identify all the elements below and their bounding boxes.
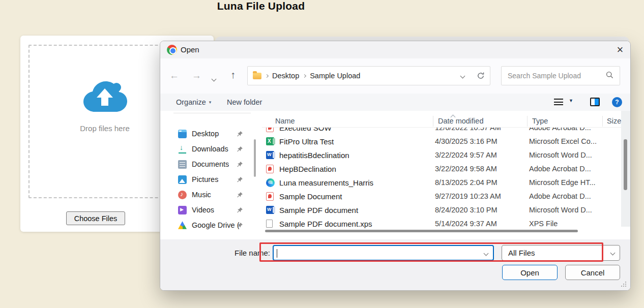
choose-files-button[interactable]: Choose Files xyxy=(66,211,125,225)
dialog-titlebar[interactable]: Open xyxy=(160,41,631,58)
page-title: Luna File Upload xyxy=(0,0,522,12)
file-name-label: File name: xyxy=(160,249,270,257)
dialog-toolbar: Organize▾ New folder ▼ ? xyxy=(160,94,631,111)
close-icon[interactable]: × xyxy=(610,42,630,57)
sidebar-item-videos[interactable]: Videos xyxy=(160,202,257,218)
file-row[interactable]: Sample PDF document 8/24/2020 3:10 PM Mi… xyxy=(262,203,621,217)
file-row[interactable]: Sample Document 9/27/2019 10:23 AM Adobe… xyxy=(262,190,621,203)
file-row[interactable]: FitPro Ultra Test 4/30/2025 3:16 PM Micr… xyxy=(262,135,621,148)
organize-button[interactable]: Organize▾ xyxy=(176,98,211,106)
breadcrumb-separator-icon xyxy=(265,74,269,77)
sidebar-divider xyxy=(173,113,251,113)
sidebar-item-google-drive[interactable]: Google Drive ( xyxy=(160,218,257,233)
dialog-title: Open xyxy=(181,45,199,54)
file-row[interactable]: hepatitisBdeclination 3/22/2024 9:57 AM … xyxy=(262,148,621,162)
pin-icon xyxy=(237,191,243,200)
pdf-icon xyxy=(266,128,274,132)
up-button[interactable]: ↑ xyxy=(230,70,236,80)
pin-icon xyxy=(237,161,243,170)
recent-locations-chevron-icon[interactable] xyxy=(212,74,216,83)
documents-icon xyxy=(178,160,187,169)
folder-icon xyxy=(253,73,261,79)
file-row[interactable]: Executed SOW 12/6/2022 10:57 AM Adobe Ac… xyxy=(262,128,621,135)
pdf-icon xyxy=(266,165,274,173)
downloads-icon xyxy=(178,145,187,153)
pin-icon xyxy=(237,222,243,231)
open-file-dialog: Open × ← → ↑ Desktop Sample Upload Searc… xyxy=(160,41,631,291)
help-icon[interactable]: ? xyxy=(612,97,622,107)
annotation-highlight-box xyxy=(259,242,603,262)
scrollbar-corner xyxy=(621,227,631,239)
address-dropdown-icon[interactable] xyxy=(460,73,465,78)
horizontal-scrollbar-thumb[interactable] xyxy=(265,230,578,232)
word-icon xyxy=(266,206,274,214)
chrome-icon xyxy=(167,45,177,55)
dropzone-label: Drop files here xyxy=(54,124,156,133)
new-folder-button[interactable]: New folder xyxy=(227,98,262,106)
cloud-upload-icon xyxy=(79,76,130,117)
search-icon xyxy=(606,71,613,81)
organize-caret-icon: ▾ xyxy=(209,100,212,105)
column-header-size[interactable]: Size xyxy=(607,117,621,125)
breadcrumb-desktop[interactable]: Desktop xyxy=(272,72,299,80)
desktop-icon xyxy=(178,130,187,138)
search-placeholder: Search Sample Upload xyxy=(508,72,606,80)
sidebar-item-desktop[interactable]: Desktop xyxy=(160,126,257,141)
preview-pane-icon[interactable] xyxy=(590,98,600,106)
pictures-icon xyxy=(178,175,187,184)
file-list: Executed SOW 12/6/2022 10:57 AM Adobe Ac… xyxy=(262,128,621,228)
breadcrumb-sample-upload[interactable]: Sample Upload xyxy=(310,72,360,80)
music-icon xyxy=(178,191,187,199)
column-header-type[interactable]: Type xyxy=(532,117,548,125)
word-icon xyxy=(266,151,274,159)
file-row[interactable]: Sample PDF document.xps 5/14/2024 9:37 A… xyxy=(262,217,621,228)
view-mode-icon[interactable] xyxy=(554,99,563,106)
pdf-icon xyxy=(266,192,274,201)
breadcrumb-separator-icon xyxy=(303,74,306,77)
edge-icon xyxy=(266,178,275,187)
videos-icon xyxy=(178,206,187,214)
sidebar-item-documents[interactable]: Documents xyxy=(160,157,257,172)
google-drive-icon xyxy=(178,221,187,230)
back-button[interactable]: ← xyxy=(169,71,179,80)
column-header-name[interactable]: Name xyxy=(275,117,295,125)
file-type-chevron-icon xyxy=(610,251,616,256)
sidebar-item-downloads[interactable]: Downloads xyxy=(160,141,257,157)
pin-icon xyxy=(237,145,243,155)
search-input[interactable]: Search Sample Upload xyxy=(501,66,620,85)
forward-button[interactable]: → xyxy=(192,71,201,80)
file-row[interactable]: HepBDeclination 3/22/2024 9:58 AM Adobe … xyxy=(262,162,621,176)
excel-icon xyxy=(266,137,274,145)
pin-icon xyxy=(237,176,243,185)
file-row-highlighted[interactable]: Luna measurements_Harris 8/13/2025 2:04 … xyxy=(262,176,621,190)
sidebar-list: Desktop Downloads Documents Pictures Mus… xyxy=(160,126,257,233)
pin-icon xyxy=(237,206,243,215)
pin-icon xyxy=(237,130,243,139)
sidebar-item-pictures[interactable]: Pictures xyxy=(160,172,257,187)
open-button[interactable]: Open xyxy=(502,265,558,280)
refresh-icon[interactable] xyxy=(477,72,485,80)
sidebar-scrollbar[interactable] xyxy=(254,139,256,177)
vertical-scrollbar-thumb[interactable] xyxy=(624,139,627,190)
sidebar-item-music[interactable]: Music xyxy=(160,187,257,202)
column-header-date-modified[interactable]: Date modified xyxy=(438,117,483,125)
cancel-button[interactable]: Cancel xyxy=(565,265,620,280)
list-header: Name Date modified Type Size xyxy=(262,115,631,128)
xps-icon xyxy=(266,220,273,228)
resize-grip[interactable] xyxy=(621,282,627,288)
view-mode-caret-icon[interactable]: ▼ xyxy=(569,98,573,103)
file-browser-body: Desktop Downloads Documents Pictures Mus… xyxy=(160,111,631,239)
breadcrumb[interactable]: Desktop Sample Upload xyxy=(247,66,490,85)
